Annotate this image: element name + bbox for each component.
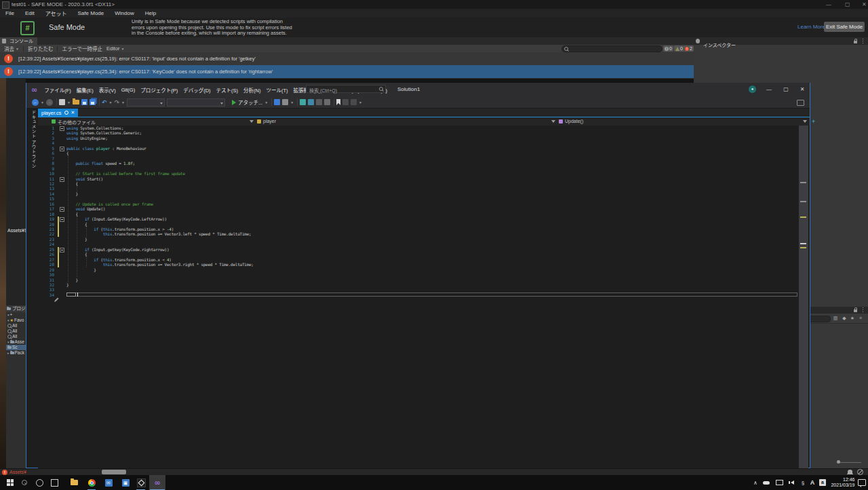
code-line[interactable]: 29 }	[38, 267, 96, 272]
project-tab[interactable]: プロジェク	[6, 305, 26, 312]
code-line[interactable]: 13	[38, 186, 66, 191]
attach-button[interactable]: アタッチ...	[238, 98, 262, 106]
lock-icon[interactable]	[854, 41, 857, 43]
tray-expand-icon[interactable]: ∧	[751, 475, 760, 490]
uncomment-icon[interactable]	[324, 99, 330, 105]
project-item-asse[interactable]: ▾Asse	[6, 339, 26, 345]
code-line[interactable]: 25 if (Input.getkey(KeyCode.rightarrow))	[38, 247, 169, 252]
bookmark-icon[interactable]	[336, 99, 340, 105]
status-message[interactable]: Assets¥	[9, 470, 26, 474]
code-line[interactable]: 34	[38, 293, 66, 297]
unity-maximize-button[interactable]: ▢	[845, 1, 850, 7]
tree-arrow-icon[interactable]: ▾	[7, 312, 9, 318]
ime-icon[interactable]: a	[818, 475, 827, 490]
code-line[interactable]: 24	[38, 242, 66, 246]
code-line[interactable]: 2using System.Collections.Generic;	[38, 130, 142, 135]
columns-icon[interactable]: ▥	[833, 316, 838, 321]
code-line[interactable]: 33	[38, 287, 66, 292]
project-item-all[interactable]: All	[6, 334, 26, 339]
properties-icon[interactable]	[282, 99, 288, 105]
code-line[interactable]: 9	[38, 166, 66, 171]
code-line[interactable]: 19 if (Input.GetKey(KeyCode.LeftArrow))	[38, 216, 167, 221]
chevron-down-icon[interactable]: ▼	[264, 100, 268, 105]
project-item-pack[interactable]: ▸Pack	[6, 350, 26, 356]
code-line[interactable]: 26 {	[38, 252, 87, 257]
code-line[interactable]: 21 if (this.transform.position.x > -4)	[38, 227, 174, 231]
collab-disabled-icon[interactable]	[857, 469, 863, 475]
tree-arrow-icon[interactable]: ▾	[7, 318, 9, 323]
chevron-down-icon[interactable]: ▼	[41, 100, 44, 105]
code-line[interactable]: 32}	[38, 282, 68, 287]
new-file-icon[interactable]	[59, 99, 65, 105]
vs-menu-8[interactable]: ツール(T)	[264, 86, 291, 94]
console-tab[interactable]: コンソール	[0, 37, 37, 45]
chevron-down-icon[interactable]: ▼	[359, 100, 362, 105]
console-clear-button[interactable]: 消去	[4, 45, 14, 52]
learn-more-link[interactable]: Learn More	[797, 24, 825, 30]
console-collapse-button[interactable]: 折りたたむ	[28, 45, 54, 52]
action-center-icon[interactable]	[857, 475, 867, 490]
breadcrumb-type[interactable]: player	[263, 119, 276, 124]
store-app-icon[interactable]: ▣	[119, 475, 132, 490]
save-all-icon[interactable]	[90, 99, 96, 105]
vs-menu-5[interactable]: デバッグ(D)	[180, 86, 213, 94]
prev-bookmark-icon[interactable]	[342, 99, 349, 105]
star-icon[interactable]: ★	[850, 316, 855, 321]
redo-icon[interactable]: ↷	[114, 99, 119, 106]
send-feedback-icon[interactable]	[797, 100, 804, 106]
lock-icon[interactable]	[854, 309, 857, 312]
close-tab-icon[interactable]: ✕	[71, 110, 75, 115]
status-error-icon[interactable]: !	[2, 470, 7, 475]
navigate-back-icon[interactable]: ←	[32, 99, 39, 106]
code-line[interactable]: 4	[38, 140, 66, 145]
volume-icon[interactable]	[788, 475, 796, 490]
chevron-down-icon[interactable]: ▼	[67, 100, 71, 105]
project-item-all[interactable]: All	[6, 323, 26, 328]
find-in-files-icon[interactable]	[300, 99, 306, 105]
code-line[interactable]: 22 this.transform.position += Vector3.le…	[38, 231, 251, 236]
chevron-down-icon[interactable]: ▼	[290, 100, 294, 105]
ime-edit-box[interactable]	[66, 293, 797, 297]
cortana-icon[interactable]	[34, 475, 45, 490]
filter-icon[interactable]: ≡	[858, 316, 863, 321]
unity-taskbar-icon[interactable]	[135, 475, 147, 490]
vs-menu-3[interactable]: Git(G)	[119, 87, 138, 93]
code-line[interactable]: 14 }	[38, 191, 78, 196]
code-line[interactable]: 31 }	[38, 278, 78, 282]
tab-player-cs[interactable]: player.cs ✕	[38, 109, 78, 117]
unity-menu-help[interactable]: Help	[145, 10, 161, 16]
code-line[interactable]: 30	[38, 272, 66, 277]
chevron-down-icon[interactable]: ▼	[108, 100, 112, 105]
zoom-slider-track[interactable]	[838, 462, 861, 463]
open-file-icon[interactable]	[73, 100, 79, 105]
bell-icon[interactable]	[848, 470, 852, 474]
tree-arrow-icon[interactable]: ▸	[7, 350, 9, 356]
console-search-input[interactable]	[561, 45, 663, 52]
vs-menu-6[interactable]: テスト(S)	[214, 86, 241, 94]
kebab-menu-icon[interactable]	[863, 307, 863, 312]
code-line[interactable]: 11 void Start()	[38, 176, 103, 181]
clock[interactable]: 12:462021/03/19	[829, 475, 857, 490]
chevron-down-icon[interactable]	[250, 120, 254, 123]
exit-safe-mode-button[interactable]: Exit Safe Mode	[824, 22, 865, 32]
project-item-favo[interactable]: ▾★Favo	[6, 318, 26, 323]
vs-minimize-button[interactable]: —	[762, 86, 776, 92]
code-line[interactable]: 8 public float speed = 1.0f;	[38, 161, 135, 166]
vs-quick-search-input[interactable]: 検索 (Ctrl+Q)	[306, 85, 386, 93]
project-item-+[interactable]: ▾+	[6, 312, 26, 318]
code-line[interactable]: 17 void Update()	[38, 206, 105, 211]
document-outline-side-tab[interactable]: ドキュメント アウトライン	[28, 110, 37, 191]
unity-menu-edit[interactable]: Edit	[25, 10, 40, 16]
console-error-count[interactable]: !2	[684, 45, 694, 52]
vs-close-button[interactable]: ✕	[795, 86, 809, 92]
tag-icon[interactable]: ◆	[842, 316, 847, 321]
editor-scrollbar[interactable]	[799, 126, 808, 468]
vs-maximize-button[interactable]: ▢	[779, 86, 793, 92]
console-warning-count[interactable]: 0	[674, 45, 684, 52]
ime-mode-indicator[interactable]: A	[808, 475, 816, 490]
code-line[interactable]: 27 if (this.transform.position.x < 4)	[38, 257, 172, 262]
unity-menu-safe-mode[interactable]: Safe Mode	[78, 10, 110, 16]
onedrive-icon[interactable]	[762, 475, 771, 490]
unity-menu-window[interactable]: Window	[115, 10, 139, 16]
vs-menu-1[interactable]: 編集(E)	[74, 86, 96, 94]
